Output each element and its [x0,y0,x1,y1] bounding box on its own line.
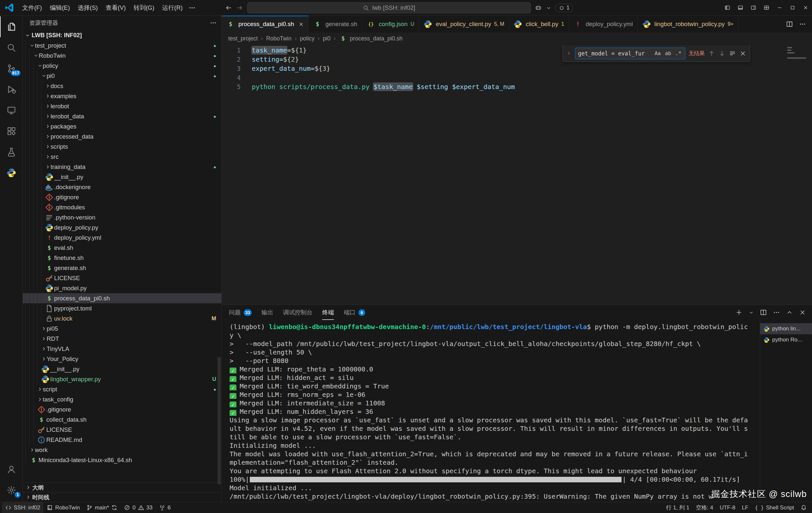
tree-item-scripts[interactable]: scripts [23,142,222,152]
tree-item-pi_model.py[interactable]: pi_model.py [23,283,222,293]
terminal-list-item[interactable]: python Ro... [760,334,812,345]
tree-item-lingbot_wrapper.py[interactable]: lingbot_wrapper.pyU [23,374,222,384]
branch-indicator[interactable]: main* [83,502,121,513]
activity-python[interactable] [0,163,23,183]
customize-layout-icon[interactable] [760,0,773,15]
tree-item-processed_data[interactable]: processed_data [23,132,222,142]
editor-tab-lingbot_robotwin_policy.py[interactable]: lingbot_robotwin_policy.py9+ [638,16,738,33]
tree-item-.gitignore[interactable]: .gitignore [23,192,222,202]
timeline-section[interactable]: 时间线 [23,492,222,502]
maximize-icon[interactable] [786,0,799,15]
language-mode[interactable]: { }Shell Script [752,502,797,513]
repo-indicator[interactable]: RoboTwin [44,502,83,513]
tree-item-LICENSE[interactable]: LICENSE [23,273,222,283]
tree-item-src[interactable]: src [23,152,222,162]
window-close-icon[interactable] [799,0,812,15]
menu-转到(G)[interactable]: 转到(G) [130,2,158,13]
activity-settings[interactable]: 1 [0,480,23,501]
menu-编辑(E)[interactable]: 编辑(E) [46,2,74,13]
menu-查看(V)[interactable]: 查看(V) [102,2,130,13]
tree-item-.python-version[interactable]: .python-version [23,212,222,222]
maximize-panel-icon[interactable] [786,309,793,316]
new-terminal-icon[interactable] [735,309,743,316]
tree-item-__init__.py[interactable]: __init__.py [23,364,222,374]
remote-indicator[interactable]: SSH: inf02 [2,502,44,513]
panel-tab-问题[interactable]: 问题33 [229,305,252,320]
activity-explorer[interactable] [0,16,23,37]
editor-more-icon[interactable] [799,21,806,28]
activity-remote-explorer[interactable] [0,100,23,121]
activity-source-control[interactable]: 817 [0,58,23,79]
editor-tab-process_data_pi0.sh[interactable]: $process_data_pi0.sh [222,16,309,33]
find-expand-icon[interactable] [566,51,572,56]
tree-item-packages[interactable]: packages [23,121,222,132]
panel-tab-输出[interactable]: 输出 [262,305,273,320]
tree-item-lerobot_data[interactable]: lerobot_data● [23,111,222,121]
tree-item-pyproject.toml[interactable]: pyproject.toml [23,303,222,313]
toggle-secondary-sidebar-icon[interactable] [747,0,760,15]
tree-item-collect_data.sh[interactable]: $collect_data.sh [23,415,222,425]
editor-tab-eval_policy_client.py[interactable]: eval_policy_client.py5, M [419,16,509,33]
tree-item-finetune.sh[interactable]: $finetune.sh [23,253,222,263]
tree-item-process_data_pi0.sh[interactable]: $process_data_pi0.sh [23,293,222,303]
regex-icon[interactable]: .* [674,50,683,57]
terminal-profile-chevron-icon[interactable] [748,310,754,315]
tree-item-RDT[interactable]: RDT [23,334,222,344]
explorer-more-icon[interactable] [210,19,217,26]
tree-item-work[interactable]: work [23,445,222,455]
cursor-position[interactable]: 行 1, 列 1 [663,502,693,513]
tree-item-pi05[interactable]: pi05 [23,323,222,334]
editor-tab-generate.sh[interactable]: $generate.sh [309,16,362,33]
tree-item-eval.sh[interactable]: $eval.sh [23,243,222,253]
tree-item-Miniconda3-latest-Linux-x86_64.sh[interactable]: $Miniconda3-latest-Linux-x86_64.sh [23,455,222,465]
tree-item-Your_Policy[interactable]: Your_Policy [23,354,222,364]
eol-setting[interactable]: LF [738,502,752,513]
minimap[interactable] [787,47,807,59]
tree-item-RoboTwin[interactable]: RoboTwin● [23,51,222,61]
panel-tab-端口[interactable]: 端口6 [344,305,365,320]
find-close-icon[interactable] [739,50,747,57]
tree-item-deploy_policy.py[interactable]: deploy_policy.py [23,222,222,232]
find-input[interactable] [578,50,651,57]
problems-indicator[interactable]: 033 [121,502,155,513]
nav-back-icon[interactable] [225,4,232,11]
encoding-setting[interactable]: UTF-8 [717,502,738,513]
activity-extensions[interactable] [0,121,23,142]
breadcrumb-item[interactable]: test_project [228,35,258,42]
editor-tab-click_bell.py[interactable]: click_bell.py1 [509,16,569,33]
tree-item-.gitignore[interactable]: .gitignore [23,404,222,415]
code-editor[interactable]: 1task_name=${1}2setting=${2}3expert_data… [222,45,812,305]
tree-item-.gitmodules[interactable]: .gitmodules [23,202,222,212]
panel-tab-终端[interactable]: 终端 [322,305,334,320]
tree-item-.dockerignore[interactable]: .dockerignore [23,182,222,192]
whole-word-icon[interactable]: ab [664,50,672,57]
tree-item-training_data[interactable]: training_data● [23,162,222,172]
breadcrumb-file[interactable]: $process_data_pi0.sh [339,35,403,42]
match-case-icon[interactable]: Aa [654,50,662,57]
find-in-selection-icon[interactable] [729,50,736,57]
terminal-output[interactable]: (lingbot) liwenbo@is-dbnus34npffatwbw-de… [222,320,760,502]
activity-accounts[interactable] [0,459,23,480]
tree-item-__init__.py[interactable]: __init__.py [23,172,222,182]
menu-overflow-icon[interactable] [186,4,198,11]
toggle-sidebar-icon[interactable] [721,0,734,15]
terminal-list-item[interactable]: python lin... [760,323,812,334]
tree-item-LICENSE[interactable]: LICENSE [23,425,222,435]
editor-tab-config.json[interactable]: {}config.jsonU [362,16,419,33]
nav-forward-icon[interactable] [236,4,243,11]
tree-item-TinyVLA[interactable]: TinyVLA [23,344,222,354]
workspace-root[interactable]: LWB [SSH: INF02] [23,30,222,40]
activity-testing[interactable] [0,142,23,163]
activity-run-debug[interactable] [0,79,23,100]
tree-item-policy[interactable]: policy● [23,61,222,71]
breadcrumb-item[interactable]: policy [300,35,315,42]
tree-item-pi0[interactable]: pi0● [23,71,222,81]
tree-item-examples[interactable]: examples [23,91,222,101]
tree-item-docs[interactable]: docs [23,81,222,91]
breadcrumb-item[interactable]: pi0 [323,35,330,42]
tab-close-icon[interactable] [298,22,304,27]
panel-close-icon[interactable] [799,309,806,316]
tree-item-script[interactable]: script● [23,384,222,394]
copilot-icon[interactable] [535,4,542,11]
menu-运行(R)[interactable]: 运行(R) [158,2,186,13]
